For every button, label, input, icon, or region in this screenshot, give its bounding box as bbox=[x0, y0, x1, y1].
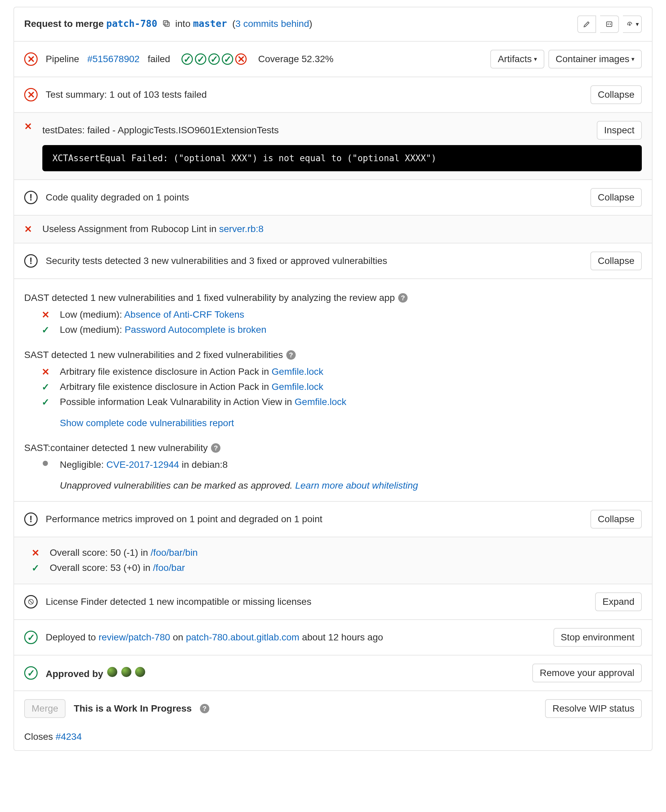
avatar[interactable] bbox=[107, 667, 117, 677]
closes-issue-link[interactable]: #4234 bbox=[56, 731, 82, 742]
license-section: License Finder detected 1 new incompatib… bbox=[14, 584, 652, 619]
success-icon: ✓ bbox=[24, 666, 38, 680]
fail-mark-icon: ✕ bbox=[42, 309, 53, 321]
deployment-text: Deployed to review/patch-780 on patch-78… bbox=[46, 632, 546, 643]
performance-summary: Performance metrics improved on 1 point … bbox=[46, 514, 582, 524]
approval-section: ✓ Approved by Remove your approval bbox=[14, 655, 652, 690]
stage-icon-pass[interactable]: ✓ bbox=[181, 53, 193, 65]
stop-environment-button[interactable]: Stop environment bbox=[554, 628, 642, 647]
vulnerability-item: ✓Arbitrary file existence disclosure in … bbox=[42, 380, 642, 394]
pass-mark-icon: ✓ bbox=[42, 381, 53, 393]
vuln-link[interactable]: /foo/bar bbox=[153, 562, 185, 573]
help-icon[interactable]: ? bbox=[286, 350, 296, 360]
collapse-security-button[interactable]: Collapse bbox=[590, 251, 642, 270]
whitelist-hint: Unapproved vulnerabilities can be marked… bbox=[60, 480, 418, 491]
vulnerability-item: ✕Overall score: 50 (-1) in /foo/bar/bin bbox=[31, 546, 642, 561]
vuln-prefix: Possible information Leak Vulnarability … bbox=[60, 396, 295, 407]
vuln-link[interactable]: CVE-2017-12944 bbox=[107, 459, 179, 470]
deployment-section: ✓ Deployed to review/patch-780 on patch-… bbox=[14, 619, 652, 655]
wip-label: This is a Work In Progress bbox=[74, 703, 191, 714]
inspect-button[interactable]: Inspect bbox=[597, 121, 642, 140]
web-ide-button[interactable] bbox=[600, 15, 619, 33]
stage-icon-pass[interactable]: ✓ bbox=[208, 53, 220, 65]
avatar[interactable] bbox=[121, 667, 131, 677]
help-icon[interactable]: ? bbox=[200, 704, 209, 713]
code-quality-item-text: Useless Assignment from Rubocop Lint in bbox=[42, 224, 219, 234]
security-details: DAST detected 1 new vulnerabilities and … bbox=[14, 278, 652, 501]
merge-button[interactable]: Merge bbox=[24, 699, 66, 718]
sast-container-heading: SAST:container detected 1 new vulnerabil… bbox=[24, 437, 642, 457]
edit-button[interactable] bbox=[577, 15, 596, 33]
test-summary-section: ✕ Test summary: 1 out of 103 tests faile… bbox=[14, 77, 652, 112]
container-list: ●Negligible: CVE-2017-12944 in debian:8 bbox=[24, 457, 642, 472]
neutral-dot-icon: ● bbox=[42, 459, 53, 466]
pipeline-status-text: failed bbox=[148, 54, 170, 64]
expand-license-button[interactable]: Expand bbox=[595, 592, 642, 611]
fail-mark-icon: ✕ bbox=[24, 121, 34, 132]
pipeline-id-link[interactable]: #515678902 bbox=[87, 54, 140, 64]
stage-icon-pass[interactable]: ✓ bbox=[195, 53, 206, 65]
remove-approval-button[interactable]: Remove your approval bbox=[532, 664, 642, 682]
merge-section: Merge This is a Work In Progress ? Resol… bbox=[14, 690, 652, 726]
collapse-tests-button[interactable]: Collapse bbox=[590, 85, 642, 104]
fail-mark-icon: ✕ bbox=[42, 367, 53, 378]
stage-icon-pass[interactable]: ✓ bbox=[222, 53, 233, 65]
environment-link[interactable]: review/patch-780 bbox=[99, 632, 170, 643]
container-images-dropdown[interactable]: Container images▾ bbox=[548, 50, 642, 69]
code-quality-summary: Code quality degraded on 1 points bbox=[46, 192, 582, 203]
artifacts-dropdown[interactable]: Artifacts▾ bbox=[490, 50, 544, 69]
merge-header: Request to merge patch-780 into master (… bbox=[14, 7, 652, 41]
help-icon[interactable]: ? bbox=[211, 443, 221, 453]
warning-icon: ! bbox=[24, 191, 38, 204]
merge-prefix: Request to merge bbox=[24, 18, 104, 29]
merge-request-widget: Request to merge patch-780 into master (… bbox=[13, 7, 653, 751]
show-all-vulnerabilities-link[interactable]: Show complete code vulnerabilities repor… bbox=[60, 418, 234, 429]
vuln-prefix: Negligible: bbox=[60, 459, 107, 470]
vuln-link[interactable]: Password Autocomplete is broken bbox=[125, 324, 267, 335]
whitelist-link[interactable]: Learn more about whitelisting bbox=[295, 480, 418, 491]
vuln-link[interactable]: Gemfile.lock bbox=[295, 396, 346, 407]
performance-items: ✕Overall score: 50 (-1) in /foo/bar/bin✓… bbox=[14, 537, 652, 584]
vuln-link[interactable]: Absence of Anti-CRF Tokens bbox=[124, 309, 244, 320]
target-branch-link[interactable]: master bbox=[193, 18, 227, 29]
test-fail-line: testDates: failed - ApplogicTests.ISO960… bbox=[42, 125, 589, 136]
warning-icon: ! bbox=[24, 513, 38, 526]
pipeline-text: Pipeline #515678902 failed ✓ ✓ ✓ ✓ ✕ Cov… bbox=[46, 53, 482, 65]
download-dropdown[interactable]: ▾ bbox=[623, 15, 642, 33]
pass-mark-icon: ✓ bbox=[42, 396, 53, 408]
header-actions: ▾ bbox=[577, 15, 642, 33]
performance-section: ! Performance metrics improved on 1 poin… bbox=[14, 501, 652, 537]
vuln-link[interactable]: /foo/bar/bin bbox=[150, 547, 198, 558]
success-icon: ✓ bbox=[24, 631, 38, 644]
svg-rect-0 bbox=[165, 22, 169, 26]
code-quality-file-link[interactable]: server.rb:8 bbox=[219, 224, 264, 234]
resolve-wip-button[interactable]: Resolve WIP status bbox=[545, 699, 642, 718]
commits-behind-link[interactable]: 3 commits behind bbox=[236, 18, 309, 29]
chevron-down-icon: ▾ bbox=[636, 20, 639, 28]
vuln-suffix: in debian:8 bbox=[179, 459, 228, 470]
approval-text: Approved by bbox=[46, 667, 524, 679]
stage-icon-fail[interactable]: ✕ bbox=[235, 53, 247, 65]
svg-rect-1 bbox=[163, 20, 168, 25]
license-icon bbox=[24, 595, 38, 608]
source-branch-link[interactable]: patch-780 bbox=[106, 18, 157, 29]
code-quality-section: ! Code quality degraded on 1 points Coll… bbox=[14, 179, 652, 215]
license-summary: License Finder detected 1 new incompatib… bbox=[46, 597, 587, 607]
collapse-codequality-button[interactable]: Collapse bbox=[590, 188, 642, 207]
vulnerability-item: ✓Overall score: 53 (+0) in /foo/bar bbox=[31, 561, 642, 575]
deployment-url-link[interactable]: patch-780.about.gitlab.com bbox=[186, 632, 299, 643]
pipeline-section: ✕ Pipeline #515678902 failed ✓ ✓ ✓ ✓ ✕ C… bbox=[14, 41, 652, 77]
collapse-performance-button[interactable]: Collapse bbox=[590, 510, 642, 529]
dast-heading: DAST detected 1 new vulnerabilities and … bbox=[24, 287, 642, 307]
pipeline-stage-icons: ✓ ✓ ✓ ✓ ✕ bbox=[181, 53, 247, 65]
sast-heading: SAST detected 1 new vulnerabilities and … bbox=[24, 344, 642, 364]
pipeline-label: Pipeline bbox=[46, 54, 79, 64]
sast-list: ✕Arbitrary file existence disclosure in … bbox=[24, 364, 642, 410]
vuln-link[interactable]: Gemfile.lock bbox=[272, 381, 323, 392]
copy-branch-icon[interactable] bbox=[162, 19, 171, 30]
vuln-link[interactable]: Gemfile.lock bbox=[272, 367, 323, 377]
vulnerability-item: ✓Low (medium): Password Autocomplete is … bbox=[42, 322, 642, 337]
avatar[interactable] bbox=[135, 667, 145, 677]
help-icon[interactable]: ? bbox=[398, 293, 407, 302]
vuln-prefix: Overall score: 50 (-1) in bbox=[50, 547, 150, 558]
